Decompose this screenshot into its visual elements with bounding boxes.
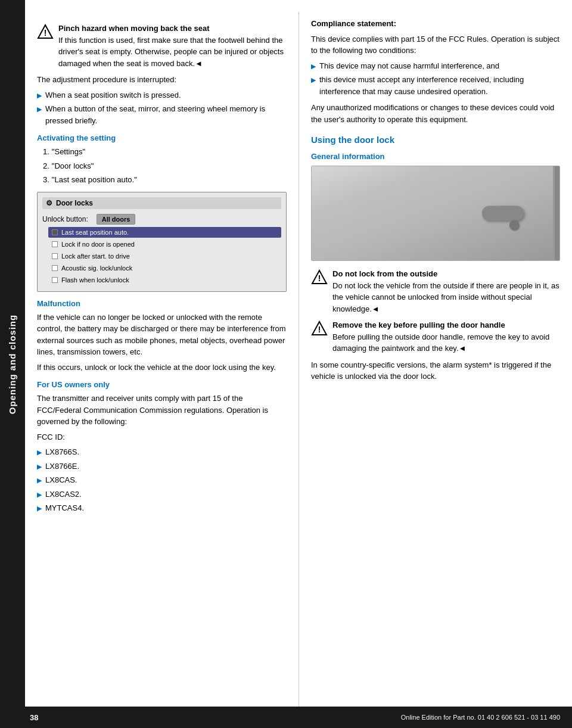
option-acoustic[interactable]: Acoustic sig. lock/unlock [48,263,281,273]
warning-do-not-lock-body: Do not lock the vehicle from the outside… [332,281,559,313]
adjustment-interrupted-text: The adjustment procedure is interrupted: [37,74,287,86]
option-lock-no-door-label: Lock if no door is opened [61,241,135,248]
fcc-text-1: LX8766E. [45,461,79,472]
option-flash[interactable]: Flash when lock/unlock [48,275,281,285]
fcc-text-3: LX8CAS2. [45,489,82,500]
warning-remove-key-body: Before pulling the outside door handle, … [332,332,549,353]
checkbox-lock-no-door[interactable] [52,241,58,247]
footer-text: Online Edition for Part no. 01 40 2 606 … [401,714,560,721]
malfunction-text-2: If this occurs, unlock or lock the vehic… [37,362,287,374]
right-column: Compliance statement: This device compli… [299,12,572,728]
malfunction-heading: Malfunction [37,299,287,308]
compliance-text-1: this device must accept any interference… [319,74,560,97]
fcc-arrow-0: ▶ [37,447,42,458]
svg-text:!: ! [318,273,321,283]
compliance-text: This device complies with part 15 of the… [311,33,560,57]
warning-pinch-title: Pinch hazard when moving back the seat [58,24,210,33]
fcc-item-0: ▶ LX8766S. [37,446,287,458]
option-last-seat-label: Last seat position auto. [61,229,129,236]
malfunction-text-1: If the vehicle can no longer be locked o… [37,312,287,358]
compliance-bullet-0: ▶ This device may not cause harmful inte… [311,60,560,72]
car-door-image [311,166,560,261]
svg-text:!: ! [44,28,47,38]
chapter-tab: Opening and closing [0,0,25,728]
door-handle [482,206,524,221]
bullet-item-1: ▶ When a seat position switch is pressed… [37,89,287,101]
door-locks-options-list: Last seat position auto. Lock if no door… [48,227,281,285]
compliance-heading: Compliance statement: [311,18,560,30]
fcc-item-1: ▶ LX8766E. [37,461,287,472]
checkbox-lock-after-start[interactable] [52,253,58,259]
step-1: 1."Settings" [43,146,287,158]
door-locks-title-text: Door locks [56,199,93,207]
option-acoustic-label: Acoustic sig. lock/unlock [61,265,132,272]
warning-triangle-icon-2: ! [311,269,328,286]
option-lock-no-door[interactable]: Lock if no door is opened [48,239,281,250]
checkbox-acoustic[interactable] [52,265,58,271]
warning-do-not-lock-text: Do not lock from the outside Do not lock… [332,268,560,315]
warning-pinch-body: If this function is used, first make sur… [58,36,284,68]
step-2: 2."Door locks" [43,160,287,172]
option-last-seat[interactable]: Last seat position auto. [48,227,281,238]
unlock-label: Unlock button: [42,215,88,223]
fcc-item-2: ▶ LX8CAS. [37,474,287,486]
compliance-bullet-1: ▶ this device must accept any interferen… [311,74,560,97]
warning-triangle-icon-3: ! [311,321,328,337]
warning-do-not-lock: ! Do not lock from the outside Do not lo… [311,268,560,315]
adjustment-bullets: ▶ When a seat position switch is pressed… [37,89,287,127]
steps-list: 1."Settings" 2."Door locks" 3."Last seat… [43,146,287,186]
checkbox-flash[interactable] [52,277,58,283]
compliance-arrow-1: ▶ [311,75,316,85]
fcc-text-4: MYTCAS4. [45,502,84,514]
warning-pinch-text: Pinch hazard when moving back the seat I… [58,23,287,69]
svg-text:!: ! [318,325,321,334]
compliance-note: Any unauthorized modifications or change… [311,102,560,125]
fcc-items-list: ▶ LX8766S. ▶ LX8766E. ▶ LX8CAS. ▶ LX8CAS… [37,446,287,514]
for-us-heading: For US owners only [37,380,287,389]
step-3: 3."Last seat position auto." [43,174,287,186]
warning-pinch-hazard: ! Pinch hazard when moving back the seat… [37,23,287,69]
bullet-arrow-icon-1: ▶ [37,91,42,101]
fcc-arrow-2: ▶ [37,475,42,486]
using-door-lock-heading: Using the door lock [311,135,560,145]
option-flash-label: Flash when lock/unlock [61,276,129,284]
door-keyhole [509,220,519,230]
fcc-item-4: ▶ MYTCAS4. [37,502,287,514]
warning-remove-key: ! Remove the key before pulling the door… [311,319,560,354]
fcc-arrow-4: ▶ [37,503,42,514]
door-locks-icon: ⚙ [46,199,52,207]
bullet-arrow-icon-2: ▶ [37,104,42,114]
page-footer: 38 Online Edition for Part no. 01 40 2 6… [0,707,572,728]
bullet-text-1: When a seat position switch is pressed. [45,89,181,101]
chapter-tab-label: Opening and closing [8,314,18,413]
door-locks-ui: ⚙ Door locks Unlock button: All doors La… [37,192,287,292]
fcc-text-2: LX8CAS. [45,474,77,486]
option-lock-after-start[interactable]: Lock after start. to drive [48,251,281,262]
fcc-arrow-1: ▶ [37,462,42,472]
compliance-arrow-0: ▶ [311,61,316,71]
warning-remove-key-title: Remove the key before pulling the door h… [332,321,505,329]
option-lock-after-start-label: Lock after start. to drive [61,253,130,260]
warning-do-not-lock-title: Do not lock from the outside [332,269,437,278]
door-locks-title-bar: ⚙ Door locks [42,197,281,209]
unlock-button-row: Unlock button: All doors [42,214,281,225]
fcc-item-3: ▶ LX8CAS2. [37,489,287,500]
bullet-text-2: When a button of the seat, mirror, and s… [45,103,287,126]
fcc-arrow-3: ▶ [37,490,42,500]
activating-setting-heading: Activating the setting [37,133,287,142]
all-doors-button[interactable]: All doors [97,214,136,225]
checkbox-last-seat[interactable] [52,229,58,235]
final-text: In some country-specific versions, the a… [311,359,560,382]
compliance-text-0: This device may not cause harmful interf… [319,60,499,72]
left-column: ! Pinch hazard when moving back the seat… [25,12,299,728]
fcc-text-0: LX8766S. [45,446,79,458]
warning-remove-key-text: Remove the key before pulling the door h… [332,319,560,354]
compliance-bullets: ▶ This device may not cause harmful inte… [311,60,560,98]
page-number: 38 [30,713,38,722]
bullet-item-2: ▶ When a button of the seat, mirror, and… [37,103,287,126]
general-info-heading: General information [311,152,560,161]
fcc-id-label: FCC ID: [37,431,287,443]
warning-triangle-icon: ! [37,24,54,41]
for-us-text: The transmitter and receiver units compl… [37,393,287,428]
